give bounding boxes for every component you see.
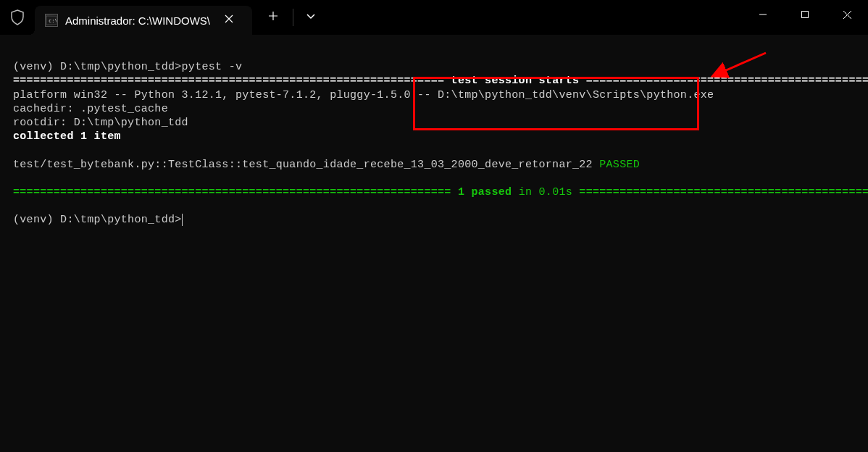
tab-active[interactable]: c:\ Administrador: C:\WINDOWS\ <box>35 6 252 35</box>
new-tab-button[interactable] <box>256 3 290 32</box>
test-result-name: test/test_bytebank.py::TestClass::test_q… <box>13 159 593 171</box>
maximize-button[interactable] <box>784 0 826 29</box>
minimize-button[interactable] <box>742 0 784 29</box>
terminal-output[interactable]: (venv) D:\tmp\python_tdd>pytest -v =====… <box>0 35 868 452</box>
passed-count: 1 passed <box>458 186 512 198</box>
cachedir-line: cachedir: .pytest_cache <box>13 103 168 115</box>
command-text: pytest -v <box>182 61 243 73</box>
test-status: PASSED <box>593 159 640 171</box>
collected-line: collected 1 item <box>13 130 121 143</box>
session-rule-right: ========================================… <box>579 75 868 87</box>
test-spacer <box>640 159 868 171</box>
platform-line: platform win32 -- Python 3.12.1, pytest-… <box>13 89 714 101</box>
rootdir-line: rootdir: D:\tmp\python_tdd <box>13 117 188 129</box>
window-controls <box>742 0 868 29</box>
prompt: (venv) D:\tmp\python_tdd> <box>13 214 182 226</box>
session-rule-left: ========================================… <box>13 75 451 87</box>
tab-close-button[interactable] <box>220 12 238 29</box>
titlebar: c:\ Administrador: C:\WINDOWS\ <box>0 0 868 35</box>
svg-rect-2 <box>802 12 809 18</box>
cursor-icon <box>182 214 183 226</box>
session-header: test session starts <box>451 75 580 87</box>
tab-divider <box>293 9 293 26</box>
cmd-prompt-icon: c:\ <box>45 14 58 27</box>
svg-text:c:\: c:\ <box>49 18 57 24</box>
passed-rule-right: ========================================… <box>572 186 868 198</box>
close-button[interactable] <box>826 0 868 29</box>
passed-time: in 0.01s <box>512 186 572 198</box>
passed-rule-left: ========================================… <box>13 186 458 198</box>
tab-dropdown-button[interactable] <box>296 5 325 30</box>
prompt: (venv) D:\tmp\python_tdd> <box>13 61 182 73</box>
tab-title: Administrador: C:\WINDOWS\ <box>65 14 210 27</box>
